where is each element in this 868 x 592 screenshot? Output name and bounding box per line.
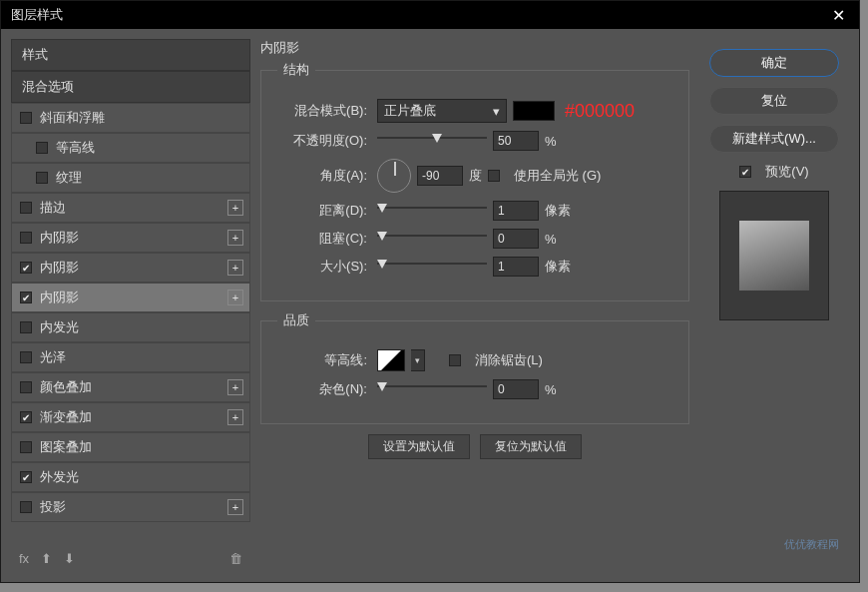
choke-label: 阻塞(C): [277, 230, 367, 248]
sidebar-item[interactable]: 纹理 [11, 163, 250, 193]
sidebar-item[interactable]: 内发光 [11, 312, 250, 342]
opacity-slider[interactable] [377, 134, 487, 148]
down-arrow-icon[interactable]: ⬇ [64, 551, 75, 566]
panel-title: 内阴影 [260, 39, 689, 57]
noise-label: 杂色(N): [277, 380, 367, 398]
up-arrow-icon[interactable]: ⬆ [41, 551, 52, 566]
sidebar-item-label: 内阴影 [40, 229, 79, 247]
plus-icon[interactable]: + [227, 260, 243, 276]
angle-label: 角度(A): [277, 167, 367, 185]
sidebar-item[interactable]: 图案叠加 [11, 432, 250, 462]
sidebar-item-label: 投影 [40, 498, 66, 516]
style-checkbox[interactable] [20, 411, 32, 423]
sidebar-item[interactable]: 光泽 [11, 342, 250, 372]
contour-swatch[interactable] [377, 349, 405, 371]
styles-sidebar: 样式 混合选项 斜面和浮雕等高线纹理描边+内阴影+内阴影+内阴影+内发光光泽颜色… [11, 39, 250, 572]
sidebar-item-label: 斜面和浮雕 [40, 109, 105, 127]
sidebar-item[interactable]: 斜面和浮雕 [11, 103, 250, 133]
hex-annotation: #000000 [565, 101, 635, 122]
dialog-title: 图层样式 [11, 6, 63, 24]
plus-icon[interactable]: + [227, 290, 243, 305]
sidebar-item-label: 内阴影 [40, 259, 79, 277]
sidebar-item[interactable]: 内阴影+ [11, 223, 250, 253]
angle-input[interactable] [417, 166, 463, 186]
noise-unit: % [545, 382, 575, 397]
sidebar-header-styles[interactable]: 样式 [11, 39, 250, 71]
sidebar-item[interactable]: 内阴影+ [11, 253, 250, 283]
sidebar-item[interactable]: 内阴影+ [11, 283, 250, 312]
size-unit: 像素 [545, 258, 575, 276]
preview-box [719, 191, 829, 320]
antialias-checkbox[interactable] [449, 354, 461, 366]
trash-icon[interactable]: 🗑 [229, 551, 242, 566]
sidebar-item[interactable]: 外发光 [11, 462, 250, 492]
sidebar-item[interactable]: 描边+ [11, 193, 250, 223]
layer-style-dialog: 图层样式 ✕ 样式 混合选项 斜面和浮雕等高线纹理描边+内阴影+内阴影+内阴影+… [0, 0, 860, 583]
style-checkbox[interactable] [20, 202, 32, 214]
style-checkbox[interactable] [36, 172, 48, 184]
plus-icon[interactable]: + [227, 230, 243, 246]
style-checkbox[interactable] [20, 351, 32, 363]
noise-slider[interactable] [377, 382, 487, 396]
sidebar-item[interactable]: 投影+ [11, 492, 250, 522]
make-default-button[interactable]: 设置为默认值 [368, 434, 470, 459]
style-checkbox[interactable] [20, 471, 32, 483]
reset-default-button[interactable]: 复位为默认值 [480, 434, 582, 459]
choke-unit: % [545, 232, 575, 247]
style-checkbox[interactable] [36, 142, 48, 154]
cancel-button[interactable]: 复位 [709, 87, 839, 115]
contour-label: 等高线: [277, 351, 367, 369]
sidebar-item[interactable]: 等高线 [11, 133, 250, 163]
right-panel: 确定 复位 新建样式(W)... 预览(V) [699, 39, 849, 572]
ok-button[interactable]: 确定 [709, 49, 839, 77]
choke-input[interactable] [493, 229, 539, 249]
quality-legend: 品质 [277, 311, 315, 329]
size-slider[interactable] [377, 260, 487, 274]
sidebar-item[interactable]: 颜色叠加+ [11, 372, 250, 402]
structure-group: 结构 混合模式(B): 正片叠底 ▾ #000000 不透明度(O): % [260, 61, 689, 301]
sidebar-header-blend[interactable]: 混合选项 [11, 71, 250, 103]
sidebar-item-label: 外发光 [40, 468, 79, 486]
preview-label: 预览(V) [765, 163, 808, 181]
style-checkbox[interactable] [20, 441, 32, 453]
style-checkbox[interactable] [20, 292, 32, 303]
size-input[interactable] [493, 257, 539, 277]
noise-input[interactable] [493, 379, 539, 399]
preview-checkbox[interactable] [739, 166, 751, 178]
blend-mode-select[interactable]: 正片叠底 ▾ [377, 99, 507, 123]
blend-mode-label: 混合模式(B): [277, 102, 367, 120]
plus-icon[interactable]: + [227, 499, 243, 515]
style-checkbox[interactable] [20, 262, 32, 274]
global-light-checkbox[interactable] [488, 170, 500, 182]
opacity-input[interactable] [493, 131, 539, 151]
plus-icon[interactable]: + [227, 200, 243, 216]
plus-icon[interactable]: + [227, 409, 243, 425]
style-checkbox[interactable] [20, 232, 32, 244]
distance-input[interactable] [493, 201, 539, 221]
style-checkbox[interactable] [20, 381, 32, 393]
global-light-label: 使用全局光 (G) [514, 167, 601, 185]
fx-icon[interactable]: fx [19, 551, 29, 566]
sidebar-item[interactable]: 渐变叠加+ [11, 402, 250, 432]
style-checkbox[interactable] [20, 321, 32, 333]
sidebar-item-label: 颜色叠加 [40, 378, 92, 396]
titlebar: 图层样式 ✕ [1, 1, 859, 29]
choke-slider[interactable] [377, 232, 487, 246]
plus-icon[interactable]: + [227, 379, 243, 395]
new-style-button[interactable]: 新建样式(W)... [709, 125, 839, 153]
quality-group: 品质 等高线: ▾ 消除锯齿(L) 杂色(N): % [260, 311, 689, 424]
sidebar-item-label: 纹理 [56, 169, 82, 187]
distance-label: 距离(D): [277, 202, 367, 220]
distance-slider[interactable] [377, 204, 487, 218]
shadow-color-swatch[interactable] [513, 101, 555, 121]
preview-swatch [739, 221, 809, 291]
sidebar-item-label: 描边 [40, 199, 66, 217]
sidebar-footer: fx ⬆ ⬇ 🗑 [11, 545, 250, 572]
style-checkbox[interactable] [20, 112, 32, 124]
angle-dial[interactable] [377, 159, 411, 193]
close-icon[interactable]: ✕ [828, 6, 849, 25]
sidebar-item-label: 内阴影 [40, 289, 79, 306]
contour-dropdown[interactable]: ▾ [411, 349, 425, 371]
sidebar-item-label: 渐变叠加 [40, 408, 92, 426]
style-checkbox[interactable] [20, 501, 32, 513]
